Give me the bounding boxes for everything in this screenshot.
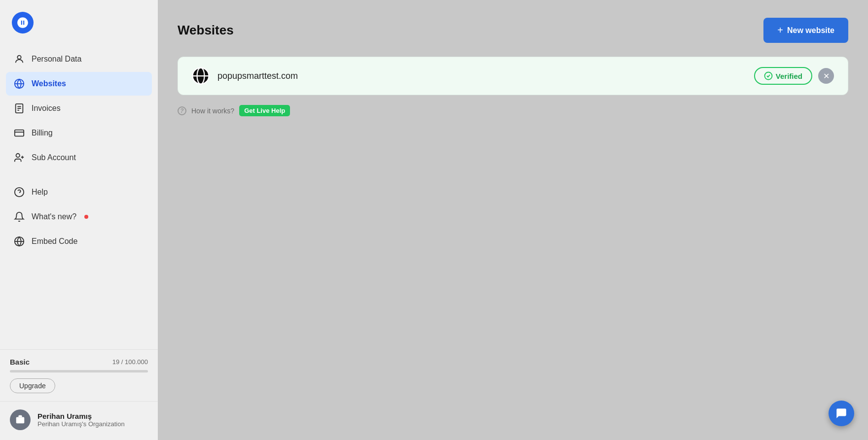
- sidebar-item-billing-label: Billing: [32, 129, 53, 137]
- user-org: Perihan Uramış's Organization: [37, 420, 125, 428]
- avatar: [10, 409, 31, 430]
- sidebar-item-billing[interactable]: Billing: [6, 121, 152, 145]
- website-card-left: popupsmarttest.com: [192, 67, 298, 85]
- sidebar-item-embed-code[interactable]: Embed Code: [6, 230, 152, 253]
- sidebar-item-sub-account[interactable]: Sub Account: [6, 146, 152, 169]
- website-url: popupsmarttest.com: [217, 71, 298, 81]
- plan-section: Basic 19 / 100.000 Upgrade: [0, 349, 158, 401]
- sidebar-item-personal-data-label: Personal Data: [32, 55, 81, 64]
- plus-icon: +: [777, 25, 783, 36]
- how-it-works-row: ? How it works? Get Live Help: [178, 105, 848, 116]
- info-icon: ?: [178, 106, 186, 115]
- upgrade-button[interactable]: Upgrade: [10, 378, 55, 393]
- globe-icon: [14, 78, 25, 89]
- avatar-icon: [15, 414, 26, 425]
- logo-area: [0, 0, 158, 43]
- sidebar-item-embed-code-label: Embed Code: [32, 237, 77, 246]
- svg-point-9: [16, 154, 20, 157]
- svg-rect-7: [15, 130, 24, 136]
- embed-icon: [14, 236, 25, 247]
- sidebar: Personal Data Websites: [0, 0, 158, 440]
- page-header: Websites + New website: [178, 18, 848, 43]
- sidebar-item-invoices[interactable]: Invoices: [6, 97, 152, 120]
- plan-name: Basic: [10, 358, 30, 366]
- sidebar-item-sub-account-label: Sub Account: [32, 153, 76, 162]
- website-card-right: Verified ✕: [754, 67, 834, 85]
- logo-icon: [16, 16, 29, 29]
- plan-usage: 19 / 100.000: [112, 358, 148, 366]
- get-live-help-button[interactable]: Get Live Help: [239, 105, 290, 116]
- verified-label: Verified: [776, 72, 802, 80]
- user-info: Perihan Uramış Perihan Uramış's Organiza…: [37, 412, 125, 428]
- help-circle-icon: [14, 187, 25, 198]
- sidebar-item-websites-label: Websites: [32, 79, 66, 88]
- new-website-label: New website: [787, 26, 834, 35]
- sidebar-item-whats-new-label: What's new?: [32, 212, 76, 221]
- website-globe-icon: [192, 67, 210, 85]
- card-icon: [14, 128, 25, 138]
- sidebar-nav: Personal Data Websites: [0, 43, 158, 349]
- bell-icon: [14, 211, 25, 222]
- person-icon: [14, 54, 25, 65]
- sidebar-item-personal-data[interactable]: Personal Data: [6, 47, 152, 71]
- page-title: Websites: [178, 23, 234, 38]
- sidebar-item-invoices-label: Invoices: [32, 104, 61, 113]
- sidebar-item-websites[interactable]: Websites: [6, 72, 152, 96]
- how-it-works-label: How it works?: [191, 107, 234, 115]
- sidebar-item-whats-new[interactable]: What's new?: [6, 205, 152, 229]
- checkmark-icon: [764, 71, 773, 80]
- website-card: popupsmarttest.com Verified ✕: [178, 57, 848, 95]
- document-icon: [14, 103, 25, 114]
- user-profile[interactable]: Perihan Uramış Perihan Uramış's Organiza…: [0, 401, 158, 440]
- sidebar-item-help[interactable]: Help: [6, 180, 152, 204]
- globe-icon: [192, 67, 210, 85]
- chat-button[interactable]: [829, 401, 854, 426]
- app-logo[interactable]: [12, 12, 34, 34]
- svg-rect-16: [16, 417, 25, 424]
- chat-icon: [835, 407, 848, 420]
- user-name: Perihan Uramış: [37, 412, 125, 420]
- new-website-button[interactable]: + New website: [763, 18, 848, 43]
- notification-dot: [84, 215, 88, 219]
- sidebar-item-help-label: Help: [32, 188, 48, 197]
- verified-badge: Verified: [754, 67, 812, 85]
- person-add-icon: [14, 152, 25, 163]
- plan-progress-bar-bg: [10, 370, 148, 372]
- close-icon: ✕: [823, 71, 830, 81]
- svg-point-0: [17, 56, 21, 59]
- main-content: Websites + New website popupsmarttest.co…: [158, 0, 868, 440]
- remove-website-button[interactable]: ✕: [818, 68, 834, 84]
